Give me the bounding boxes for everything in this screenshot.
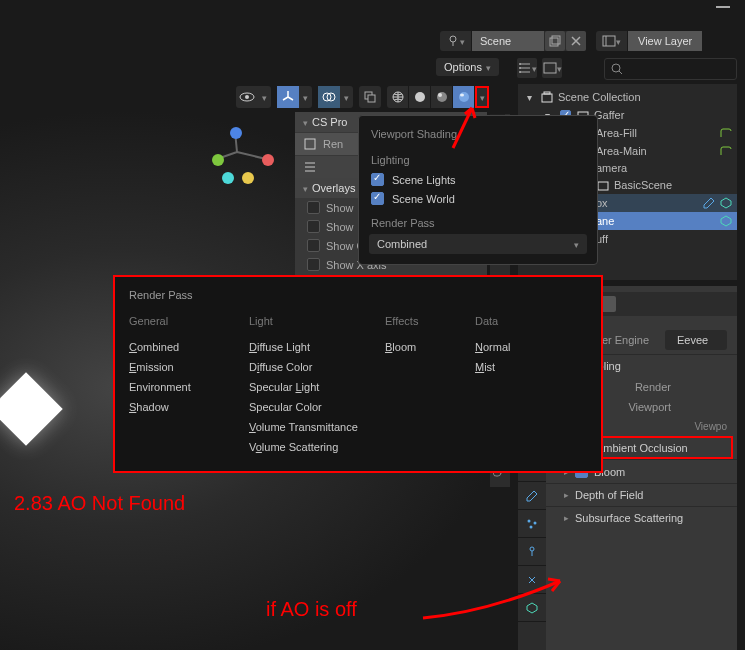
search-icon bbox=[611, 63, 623, 75]
scene-lights-check[interactable]: Scene Lights bbox=[359, 170, 597, 189]
render-pass-title: Render Pass bbox=[129, 289, 587, 301]
col-general-header: General bbox=[129, 315, 229, 327]
annotation-not-found: 2.83 AO Not Found bbox=[14, 492, 185, 515]
scene-name-field[interactable]: Scene bbox=[472, 31, 544, 51]
svg-point-18 bbox=[438, 93, 442, 97]
pass-diffuse-color[interactable]: Diffuse Color bbox=[249, 357, 365, 377]
scene-pin-icon[interactable] bbox=[440, 31, 472, 51]
shading-solid[interactable] bbox=[409, 86, 431, 108]
overlay-toggle[interactable] bbox=[318, 86, 340, 108]
gizmo-y-icon[interactable] bbox=[212, 154, 224, 166]
shading-wireframe[interactable] bbox=[387, 86, 409, 108]
proptab-modifier[interactable] bbox=[518, 482, 546, 510]
delete-scene-button[interactable] bbox=[566, 31, 586, 51]
shading-title: Viewport Shading bbox=[359, 124, 597, 144]
layer-browse-icon[interactable] bbox=[596, 31, 628, 51]
outliner-editor-icon[interactable] bbox=[517, 58, 537, 78]
svg-rect-14 bbox=[368, 95, 375, 102]
svg-point-10 bbox=[245, 95, 249, 99]
svg-point-42 bbox=[530, 547, 534, 551]
proptab-physics[interactable] bbox=[518, 538, 546, 566]
proptab-data[interactable] bbox=[518, 594, 546, 622]
gizmo-z-icon[interactable] bbox=[230, 127, 242, 139]
pass-environment[interactable]: Environment bbox=[129, 377, 229, 397]
pass-normal[interactable]: Normal bbox=[475, 337, 535, 357]
svg-point-40 bbox=[534, 521, 537, 524]
svg-rect-1 bbox=[550, 38, 558, 46]
svg-rect-23 bbox=[305, 139, 315, 149]
svg-rect-2 bbox=[552, 36, 560, 44]
gizmo-x-icon[interactable] bbox=[262, 154, 274, 166]
proptab-particles[interactable] bbox=[518, 510, 546, 538]
minimize-icon[interactable] bbox=[716, 6, 730, 8]
tree-scene-collection[interactable]: ▾Scene Collection bbox=[518, 88, 737, 106]
gizmo-toggle[interactable] bbox=[277, 86, 299, 108]
svg-rect-24 bbox=[542, 94, 552, 102]
xray-toggle[interactable] bbox=[359, 86, 381, 108]
render-pass-menu: Render Pass General Combined Emission En… bbox=[113, 275, 603, 473]
render-pass-label: Render Pass bbox=[359, 214, 597, 232]
pass-shadow[interactable]: Shadow bbox=[129, 397, 229, 417]
col-data-header: Data bbox=[475, 315, 535, 327]
svg-point-19 bbox=[459, 92, 469, 102]
depth-of-field-section[interactable]: ▸Depth of Field bbox=[546, 483, 737, 506]
svg-point-5 bbox=[519, 67, 521, 69]
svg-point-39 bbox=[528, 519, 531, 522]
gizmo-negx-icon[interactable] bbox=[222, 172, 234, 184]
navigation-gizmo[interactable] bbox=[210, 122, 270, 182]
viewport-shading-popup: Viewport Shading Lighting Scene Lights S… bbox=[358, 115, 598, 265]
render-engine-select[interactable]: Eevee bbox=[665, 330, 727, 350]
col-light-header: Light bbox=[249, 315, 365, 327]
scene-world-check[interactable]: Scene World bbox=[359, 189, 597, 208]
proptab-constraints[interactable] bbox=[518, 566, 546, 594]
outliner-search[interactable] bbox=[604, 58, 737, 80]
scene-header-bar: Scene View Layer bbox=[440, 30, 737, 52]
svg-point-41 bbox=[530, 525, 533, 528]
svg-point-4 bbox=[519, 63, 521, 65]
render-pass-field[interactable]: Combined bbox=[369, 234, 587, 254]
svg-point-8 bbox=[612, 64, 620, 72]
gizmo-negy-icon[interactable] bbox=[242, 172, 254, 184]
svg-point-17 bbox=[437, 92, 447, 102]
svg-rect-29 bbox=[598, 182, 608, 190]
pass-volume-trans[interactable]: Volume Transmittance bbox=[249, 417, 365, 437]
svg-rect-3 bbox=[603, 36, 615, 46]
shading-rendered[interactable] bbox=[453, 86, 475, 108]
pass-emission[interactable]: Emission bbox=[129, 357, 229, 377]
display-mode-icon[interactable] bbox=[542, 58, 562, 78]
svg-point-6 bbox=[519, 71, 521, 73]
svg-point-0 bbox=[450, 36, 456, 42]
svg-point-20 bbox=[460, 94, 464, 97]
pass-specular-color[interactable]: Specular Color bbox=[249, 397, 365, 417]
svg-rect-7 bbox=[544, 63, 556, 73]
svg-point-16 bbox=[415, 92, 425, 102]
lighting-header: Lighting bbox=[359, 150, 597, 170]
col-effects-header: Effects bbox=[385, 315, 455, 327]
pass-volume-scatter[interactable]: Volume Scattering bbox=[249, 437, 365, 457]
new-scene-button[interactable] bbox=[545, 31, 565, 51]
pass-combined[interactable]: Combined bbox=[129, 337, 229, 357]
viewlayer-name-field[interactable]: View Layer bbox=[628, 31, 702, 51]
visibility-dropdown[interactable] bbox=[236, 86, 271, 108]
pass-bloom[interactable]: Bloom bbox=[385, 337, 455, 357]
svg-rect-25 bbox=[544, 92, 550, 94]
options-dropdown[interactable]: Options bbox=[436, 58, 499, 76]
pass-specular-light[interactable]: Specular Light bbox=[249, 377, 365, 397]
pass-diffuse-light[interactable]: Diffuse Light bbox=[249, 337, 365, 357]
shading-options-chevron[interactable] bbox=[475, 86, 489, 108]
mesh-object bbox=[0, 372, 63, 446]
annotation-if-off: if AO is off bbox=[266, 598, 357, 621]
pass-mist[interactable]: Mist bbox=[475, 357, 535, 377]
shading-material[interactable] bbox=[431, 86, 453, 108]
sss-section[interactable]: ▸Subsurface Scattering bbox=[546, 506, 737, 529]
